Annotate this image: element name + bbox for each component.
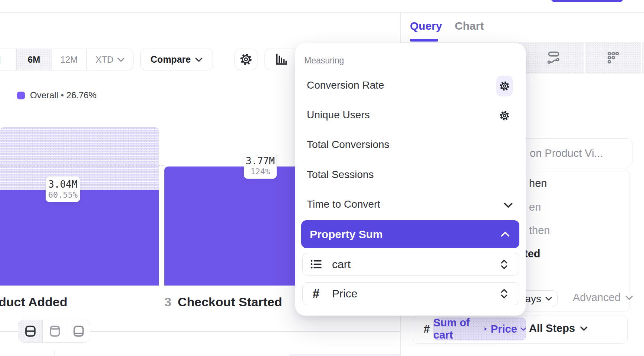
caret-right-icon: [484, 326, 487, 332]
primary-action-button[interactable]: [551, 0, 623, 2]
apps-toolbar-cell[interactable]: [585, 42, 641, 73]
conversion-rate-gear-button[interactable]: [496, 76, 513, 96]
step-row-fragment: hen: [529, 177, 547, 189]
top-divider: [0, 12, 644, 13]
segment-6m-selected[interactable]: 6M: [17, 49, 51, 70]
step-row-fragment: en: [529, 201, 541, 213]
step-label-product-added: duct Added: [0, 295, 68, 309]
bar-2-value: 3.77M: [246, 155, 275, 167]
layout-toggle-group: [18, 320, 90, 343]
segment-12m[interactable]: 12M: [52, 49, 86, 70]
number-hash-icon: #: [310, 287, 322, 301]
step-row-fragment: ted: [524, 248, 540, 260]
tab-query-underline: [410, 39, 438, 42]
dots-grid-icon: [606, 51, 621, 65]
measurement-summary-card: # Sum of cart Price All Steps: [413, 316, 628, 344]
split-horizontal-icon: [24, 325, 37, 337]
gear-icon: [239, 53, 253, 66]
time-range-segmented-control: M 6M 12M XTD: [0, 49, 134, 70]
segment-m[interactable]: M: [0, 49, 16, 70]
funnel-bar-1[interactable]: [0, 190, 159, 286]
menu-item-conversion-rate[interactable]: Conversion Rate: [307, 79, 384, 91]
funnel-chart-icon: [275, 52, 289, 66]
layout-split-horizontal-button[interactable]: [18, 320, 42, 342]
step-label-checkout-started: 3 Checkout Started: [164, 295, 282, 309]
chevron-down-icon: [195, 57, 203, 62]
chevron-down-icon: [625, 296, 633, 300]
top-panel-icon: [49, 325, 61, 337]
measuring-popover: Measuring Conversion Rate Unique Users T…: [295, 43, 526, 316]
unfold-icon: [500, 259, 508, 270]
gear-icon: [499, 80, 510, 92]
gear-icon: [499, 110, 510, 121]
step-name: Checkout Started: [178, 295, 282, 309]
chart-settings-button[interactable]: [234, 49, 257, 70]
layout-bottom-panel-button[interactable]: [67, 320, 90, 342]
tab-query[interactable]: Query: [410, 20, 438, 32]
chevron-down-icon: [545, 297, 552, 301]
segment-xtd[interactable]: XTD: [87, 49, 134, 70]
tab-chart[interactable]: Chart: [453, 20, 485, 32]
unfold-icon: [500, 289, 508, 299]
segment-xtd-label: XTD: [96, 55, 114, 65]
hash-icon: #: [424, 323, 430, 335]
chevron-down-icon: [117, 57, 125, 62]
compare-button-label: Compare: [151, 54, 191, 65]
segment-m-label: M: [0, 55, 1, 65]
measuring-title: Measuring: [304, 56, 344, 66]
sum-right-label: Price: [491, 323, 517, 335]
chevron-down-icon[interactable]: [504, 202, 513, 208]
menu-item-unique-users[interactable]: Unique Users: [307, 109, 370, 121]
app-screen: M 6M 12M XTD Compare O: [0, 0, 644, 356]
chart-legend: Overall • 26.76%: [17, 90, 96, 100]
segment-6m-label: 6M: [28, 55, 40, 65]
advanced-label: Advanced: [573, 291, 621, 304]
all-steps-label: All Steps: [529, 322, 575, 334]
bar-1-pct: 60.55%: [48, 190, 78, 200]
chevron-up-icon: [501, 231, 510, 237]
layout-top-panel-button[interactable]: [43, 320, 67, 342]
subproperty-field-value: Price: [332, 287, 357, 300]
subproperty-select-field[interactable]: # Price: [302, 282, 519, 305]
toolbar-cell-divider: [641, 42, 642, 73]
segment-12m-label: 12M: [60, 55, 78, 65]
table-row-edge: [289, 354, 400, 356]
step-row-fragment: then: [529, 224, 550, 237]
bar-1-value-tooltip: 3.04M 60.55%: [46, 177, 80, 202]
step-number: 3: [164, 295, 171, 309]
flows-toolbar-cell[interactable]: [523, 42, 584, 73]
list-property-icon: [310, 259, 322, 270]
menu-item-total-sessions[interactable]: Total Sessions: [307, 169, 374, 181]
legend-text: Overall • 26.76%: [30, 90, 96, 100]
table-column-divider: [55, 351, 55, 356]
advanced-button[interactable]: Advanced: [573, 291, 633, 304]
chevron-down-icon: [520, 327, 526, 331]
funnel-dashed-reference-line: [0, 165, 164, 166]
all-steps-button[interactable]: All Steps: [529, 322, 588, 334]
bar-1-value: 3.04M: [48, 179, 77, 190]
property-field-value: cart: [332, 258, 351, 271]
sum-left-label: Sum of cart: [433, 317, 481, 341]
menu-item-time-to-convert[interactable]: Time to Convert: [307, 198, 380, 210]
menu-item-total-conversions[interactable]: Total Conversions: [307, 139, 390, 151]
menu-item-property-sum-selected[interactable]: Property Sum: [301, 220, 519, 248]
flows-icon: [546, 51, 561, 65]
query-header-text: on Product Vi...: [530, 147, 603, 159]
chevron-down-icon: [580, 326, 588, 331]
legend-swatch: [17, 92, 25, 99]
sum-of-cart-price-pill[interactable]: Sum of cart Price: [433, 317, 526, 340]
unique-users-gear-button[interactable]: [496, 105, 513, 126]
property-select-field[interactable]: cart: [302, 253, 519, 276]
compare-button[interactable]: Compare: [140, 49, 213, 70]
bottom-panel-icon: [72, 325, 85, 337]
chart-type-button[interactable]: [264, 49, 299, 70]
property-sum-label: Property Sum: [310, 228, 383, 241]
bar-2-pct: 124%: [250, 167, 270, 177]
bar-2-value-tooltip: 3.77M 124%: [244, 153, 277, 179]
